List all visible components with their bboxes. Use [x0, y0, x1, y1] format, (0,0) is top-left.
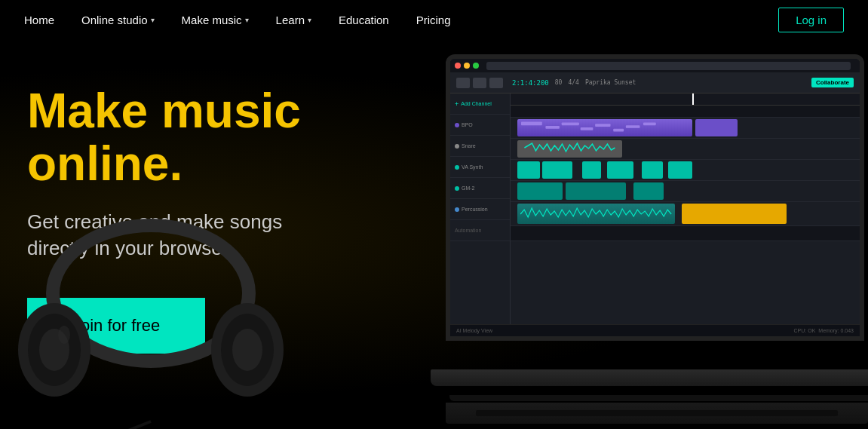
track-row-bpo[interactable]	[511, 118, 860, 139]
laptop-keyboard	[446, 403, 868, 424]
svg-rect-13	[613, 129, 624, 132]
svg-rect-10	[562, 122, 579, 125]
url-bar[interactable]	[486, 62, 851, 70]
daw-tool-1[interactable]	[456, 78, 470, 88]
chevron-down-icon: ▾	[245, 16, 249, 24]
svg-rect-9	[545, 126, 560, 129]
daw-toolbar: 2:1:4:200 80 4/4 Paprika Sunset Collabor…	[450, 72, 860, 93]
daw-track-automation[interactable]: Automation	[450, 220, 510, 241]
daw-track-sidebar: + Add Channel BPO Snare	[450, 93, 511, 324]
hero-section: Make music online. Get creative and make…	[0, 39, 868, 429]
track-row-snare[interactable]	[511, 139, 860, 160]
close-icon[interactable]	[455, 63, 461, 69]
svg-rect-15	[643, 122, 656, 125]
daw-track-gm2[interactable]: GM-2	[450, 178, 510, 199]
nav-education[interactable]: Education	[325, 0, 403, 39]
daw-screen: 2:1:4:200 80 4/4 Paprika Sunset Collabor…	[446, 54, 864, 341]
playhead	[692, 93, 694, 105]
daw-track-snare[interactable]: Snare	[450, 136, 510, 157]
track-row-gm2[interactable]	[511, 181, 860, 202]
navbar: Home Online studio ▾ Make music ▾ Learn …	[0, 0, 868, 39]
track-row-percussion[interactable]	[511, 202, 860, 226]
minimize-icon[interactable]	[464, 63, 470, 69]
daw-status-bar: AI Melody View CPU: OK Memory: 0.043	[450, 324, 860, 336]
laptop-daw: 2:1:4:200 80 4/4 Paprika Sunset Collabor…	[446, 54, 868, 424]
laptop-base-bottom	[449, 395, 868, 401]
track-row-automation	[511, 226, 860, 241]
svg-rect-12	[595, 124, 610, 127]
chevron-down-icon: ▾	[308, 16, 311, 24]
svg-point-7	[58, 326, 70, 344]
daw-tracks	[511, 106, 860, 324]
nav-links: Home Online studio ▾ Make music ▾ Learn …	[24, 0, 778, 39]
daw-titlebar	[450, 59, 860, 72]
daw-bpm: 80	[555, 79, 563, 86]
daw-tool-3[interactable]	[489, 78, 503, 88]
svg-point-6	[232, 329, 262, 371]
daw-project-name: Paprika Sunset	[585, 79, 636, 86]
chevron-down-icon: ▾	[151, 16, 155, 24]
laptop-base	[431, 369, 868, 386]
svg-rect-8	[521, 122, 542, 126]
svg-rect-14	[626, 125, 640, 128]
daw-time-sig: 4/4	[568, 79, 578, 86]
collaborate-button[interactable]: Collaborate	[811, 78, 854, 87]
svg-rect-11	[581, 127, 593, 130]
timeline-ruler[interactable]	[511, 93, 860, 106]
daw-body: + Add Channel BPO Snare	[450, 93, 860, 324]
daw-ui: 2:1:4:200 80 4/4 Paprika Sunset Collabor…	[450, 59, 860, 336]
daw-tool-2[interactable]	[473, 78, 486, 88]
headphones-illustration	[0, 218, 302, 429]
nav-pricing[interactable]: Pricing	[403, 0, 465, 39]
nav-home[interactable]: Home	[24, 0, 68, 39]
hero-title: Make music online.	[27, 84, 419, 191]
track-row-add	[511, 106, 860, 118]
daw-add-channel[interactable]: + Add Channel	[450, 93, 510, 115]
track-row-va-synth[interactable]	[511, 160, 860, 181]
daw-track-percussion[interactable]: Percussion	[450, 199, 510, 220]
nav-make-music[interactable]: Make music ▾	[168, 0, 262, 39]
maximize-icon[interactable]	[473, 63, 479, 69]
daw-track-va-synth[interactable]: VA Synth	[450, 157, 510, 178]
login-button[interactable]: Log in	[778, 8, 844, 32]
daw-position: 2:1:4:200	[512, 79, 549, 87]
nav-learn[interactable]: Learn ▾	[262, 0, 325, 39]
daw-track-bpo[interactable]: BPO	[450, 115, 510, 136]
daw-timeline	[511, 93, 860, 324]
nav-online-studio[interactable]: Online studio ▾	[68, 0, 168, 39]
